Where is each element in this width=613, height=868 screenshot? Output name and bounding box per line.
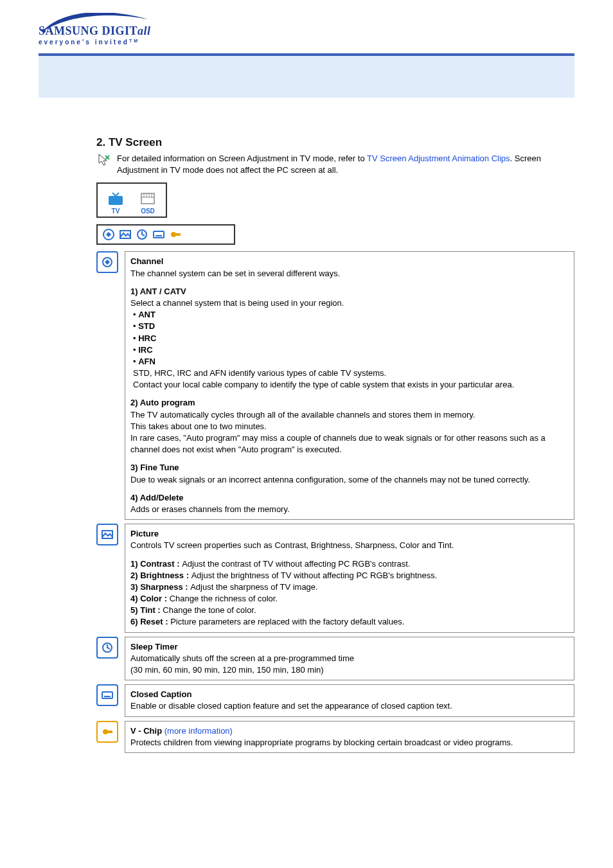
sleep-strip-icon[interactable] [135, 227, 149, 242]
animation-clips-link[interactable]: TV Screen Adjustment Animation Clips [367, 154, 510, 163]
picture-row: Picture Controls TV screen properties su… [96, 524, 574, 633]
svg-rect-13 [154, 231, 164, 238]
osd-icon [139, 192, 156, 206]
vchip-row: V - Chip (more information) Protects chi… [96, 721, 574, 753]
tv-icon [107, 192, 124, 206]
channel-icon [96, 251, 118, 273]
intro-text: For detailed information on Screen Adjus… [117, 153, 574, 176]
header-band [39, 56, 574, 98]
sleep-cell: Sleep Timer Automatically shuts off the … [125, 637, 574, 681]
tv-osd-box: TV OSD [96, 182, 167, 218]
svg-point-15 [171, 232, 176, 237]
cc-row: Closed Caption Enable or disable closed … [96, 684, 574, 716]
sleep-row: Sleep Timer Automatically shuts off the … [96, 637, 574, 681]
cc-strip-icon[interactable] [152, 227, 166, 242]
vchip-cell: V - Chip (more information) Protects chi… [125, 721, 574, 753]
svg-rect-4 [141, 193, 154, 204]
logo-tagline: everyone's invited [39, 39, 129, 46]
tv-label: TV [112, 208, 120, 215]
icon-strip [96, 224, 235, 245]
section-title: 2. TV Screen [96, 136, 574, 149]
channel-strip-icon[interactable] [102, 227, 116, 242]
picture-cell: Picture Controls TV screen properties su… [125, 524, 574, 633]
brand-logo: SAMSUNG DIGITall everyone's invitedTM [0, 0, 613, 53]
svg-rect-16 [175, 233, 181, 236]
svg-point-22 [103, 729, 108, 734]
logo-tagline-tm: TM [129, 39, 139, 43]
sleep-timer-icon [96, 637, 118, 659]
logo-text-italic: all [138, 24, 151, 37]
svg-rect-3 [109, 196, 123, 205]
cc-cell: Closed Caption Enable or disable closed … [125, 684, 574, 716]
picture-icon [96, 524, 118, 545]
osd-label: OSD [141, 208, 155, 215]
channel-cell: Channel The channel system can be set in… [125, 251, 574, 520]
vchip-icon [96, 721, 118, 743]
closed-caption-icon [96, 684, 118, 706]
svg-rect-23 [107, 731, 112, 733]
vchip-strip-icon[interactable] [168, 227, 182, 242]
channel-row: Channel The channel system can be set in… [96, 251, 574, 520]
logo-text-main: SAMSUNG DIGIT [39, 24, 138, 37]
vchip-more-info-link[interactable]: (more information) [162, 726, 233, 736]
picture-strip-icon[interactable] [118, 227, 132, 242]
pointer-cursor-icon [96, 153, 111, 167]
svg-rect-20 [102, 692, 112, 698]
